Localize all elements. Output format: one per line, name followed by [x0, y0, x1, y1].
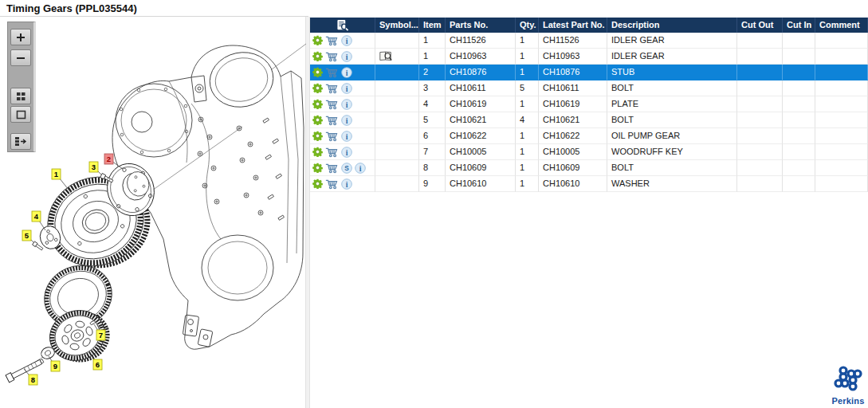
cell-comment: [815, 96, 868, 112]
info-icon[interactable]: i: [341, 83, 352, 94]
cell-symbol: [375, 112, 419, 128]
info-icon[interactable]: i: [341, 35, 352, 46]
cart-icon[interactable]: [325, 99, 339, 110]
cell-cut_in: [783, 112, 815, 128]
header-cell-6[interactable]: Cut Out: [737, 18, 783, 33]
info-icon[interactable]: i: [341, 147, 352, 158]
header-cell-5[interactable]: Description: [607, 18, 737, 33]
cell-qty: 1: [516, 33, 539, 49]
cell-comment: [815, 144, 868, 160]
gear-icon[interactable]: [312, 131, 323, 141]
cell-cut_in: [783, 49, 815, 65]
cell-actions: Si: [310, 160, 375, 176]
cart-icon[interactable]: [325, 67, 339, 78]
perkins-logo-text: Perkins: [830, 396, 866, 406]
table-row[interactable]: i4CH106191CH10619PLATE: [310, 96, 868, 112]
table-row[interactable]: i6CH106221CH10622OIL PUMP GEAR: [310, 128, 868, 144]
header-cell-actions[interactable]: [310, 18, 375, 33]
cart-icon[interactable]: [325, 51, 339, 62]
gear-icon[interactable]: [312, 99, 323, 109]
document-search-icon[interactable]: [336, 19, 349, 31]
cell-symbol: [375, 160, 419, 176]
gear-icon[interactable]: [312, 163, 323, 173]
cell-item: 9: [419, 176, 446, 192]
zoom-out-button[interactable]: [10, 49, 31, 66]
cell-latest_part_no: CH10622: [539, 128, 607, 144]
callout-number: 3: [92, 163, 96, 171]
cell-latest_part_no: CH11526: [539, 33, 607, 49]
cart-icon[interactable]: [325, 115, 339, 126]
gear-icon[interactable]: [312, 147, 323, 157]
info-icon[interactable]: i: [341, 67, 352, 78]
substitute-icon[interactable]: S: [341, 163, 352, 174]
cell-symbol: [375, 176, 419, 192]
gear-icon[interactable]: [312, 67, 323, 77]
gear-icon[interactable]: [312, 51, 323, 61]
cell-actions: i: [310, 65, 375, 80]
perkins-logo-icon: [833, 365, 863, 392]
cell-latest_part_no: CH10609: [539, 160, 607, 176]
table-row[interactable]: i1CH115261CH11526IDLER GEAR: [310, 33, 868, 49]
header-cell-8[interactable]: Comment: [815, 18, 868, 33]
square-icon: [16, 110, 26, 120]
callout-number: 1: [54, 170, 59, 178]
table-row[interactable]: i7CH100051CH10005WOODRUFF KEY: [310, 144, 868, 160]
fit-view-button[interactable]: [10, 106, 31, 123]
cart-icon[interactable]: [325, 35, 339, 46]
info-icon[interactable]: i: [341, 131, 352, 142]
tile-view-button[interactable]: [10, 88, 31, 104]
gear-icon[interactable]: [312, 178, 323, 189]
header-cell-2[interactable]: Parts No.: [446, 18, 516, 33]
table-row[interactable]: i9CH106101CH10610WASHER: [310, 176, 868, 192]
table-row[interactable]: i1CH109631CH10963IDLER GEAR: [310, 49, 868, 65]
cell-parts_no: CH10005: [446, 144, 516, 160]
cart-icon[interactable]: [325, 83, 339, 94]
cell-qty: 5: [516, 80, 539, 96]
perkins-logo: Perkins: [830, 365, 866, 406]
header-cell-7[interactable]: Cut In: [783, 18, 815, 33]
svg-text:S: S: [344, 164, 349, 172]
cart-icon[interactable]: [325, 178, 339, 190]
info-icon[interactable]: i: [341, 178, 352, 190]
table-row[interactable]: i5CH106214CH10621BOLT: [310, 112, 868, 128]
header-cell-4[interactable]: Latest Part No.: [539, 18, 607, 33]
callout-number: 6: [96, 360, 100, 369]
cart-icon[interactable]: [325, 147, 339, 158]
gear-icon[interactable]: [312, 35, 323, 45]
cell-parts_no: CH10619: [446, 96, 516, 112]
zoom-in-button[interactable]: [10, 29, 31, 45]
cell-description: STUB: [607, 65, 737, 80]
svg-text:i: i: [346, 131, 348, 140]
cell-cut_out: [737, 112, 783, 128]
parts-table: Symbol...ItemParts No.Qty.Latest Part No…: [310, 18, 868, 192]
toggle-panel-button[interactable]: [10, 133, 31, 150]
cell-actions: i: [310, 96, 375, 112]
info-icon[interactable]: i: [355, 163, 366, 174]
cell-actions: i: [310, 33, 375, 49]
cell-actions: i: [310, 144, 375, 160]
cell-latest_part_no: CH10611: [539, 80, 607, 96]
header-cell-0[interactable]: Symbol...: [375, 18, 419, 33]
cell-item: 2: [419, 65, 446, 80]
table-row[interactable]: Si8CH106091CH10609BOLT: [310, 160, 868, 176]
header-cell-1[interactable]: Item: [419, 18, 446, 33]
cell-symbol: [375, 65, 419, 80]
info-icon[interactable]: i: [341, 99, 352, 110]
cell-parts_no: CH10622: [446, 128, 516, 144]
gear-icon[interactable]: [312, 83, 323, 93]
header-cell-3[interactable]: Qty.: [516, 18, 539, 33]
info-icon[interactable]: i: [341, 115, 352, 126]
book-search-icon[interactable]: [379, 50, 393, 62]
cell-symbol: [375, 49, 419, 65]
cell-cut_in: [783, 80, 815, 96]
cart-icon[interactable]: [325, 131, 339, 142]
callout-number: 4: [34, 212, 39, 221]
info-icon[interactable]: i: [341, 51, 352, 62]
panel-arrow-icon: [14, 136, 27, 147]
cell-qty: 1: [516, 96, 539, 112]
gear-icon[interactable]: [312, 115, 323, 125]
cart-icon[interactable]: [325, 163, 339, 174]
table-row[interactable]: i3CH106115CH10611BOLT: [310, 80, 868, 96]
table-row[interactable]: i2CH108761CH10876STUB: [310, 65, 868, 80]
svg-text:i: i: [346, 147, 348, 156]
